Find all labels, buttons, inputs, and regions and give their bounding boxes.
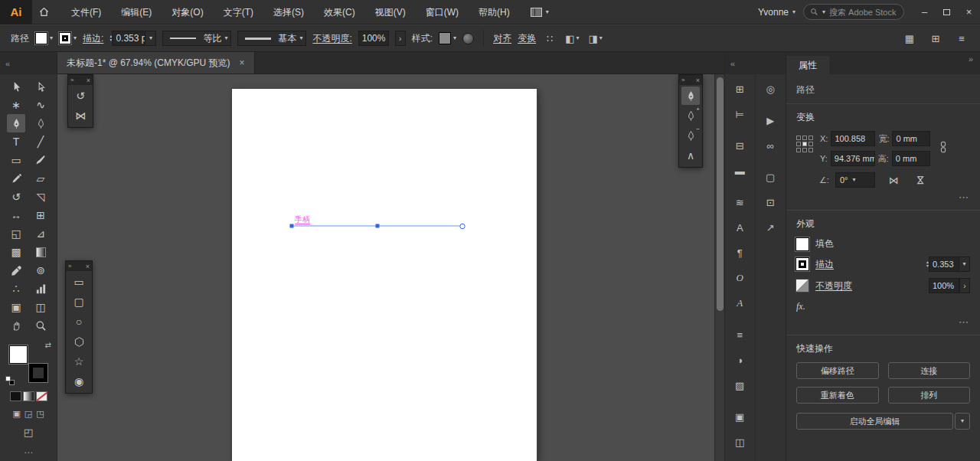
fill-swatch[interactable] [796, 238, 808, 250]
constrain-proportions-icon[interactable] [938, 140, 949, 156]
artboard-tool[interactable]: ▣ [7, 298, 25, 316]
global-edit-dropdown[interactable]: ▾ [955, 413, 970, 430]
flip-horizontal-button[interactable]: ⋈ [889, 175, 899, 186]
appearance-more-options-icon[interactable]: ⋯ [796, 316, 969, 328]
fill-color-dropdown[interactable]: ▾ [35, 32, 53, 44]
eyedropper-tool[interactable] [7, 261, 25, 280]
direct-selection-tool[interactable] [31, 77, 50, 96]
edit-toolbar-icon[interactable]: ⋯ [0, 447, 57, 458]
transform-more-options-icon[interactable]: ⋯ [796, 191, 969, 203]
expand-icon[interactable]: » [68, 263, 71, 270]
pencil-tool[interactable] [7, 169, 25, 188]
width-input[interactable]: 0 mm [892, 131, 930, 146]
stroke-label[interactable]: 描边 [815, 258, 834, 271]
effects-button[interactable]: fx. [796, 301, 970, 312]
line-segment-tool[interactable]: ╱ [31, 132, 50, 151]
document-tab[interactable]: 未标题-1* @ 67.94% (CMYK/GPU 预览) × [57, 52, 255, 74]
width-tool[interactable]: ↔ [7, 206, 25, 224]
color-button[interactable] [10, 391, 21, 401]
canvas[interactable]: 手柄 » × ↺ ⋈ » × ▭ ▢ [57, 74, 724, 461]
menu-type[interactable]: 文字(T) [214, 0, 263, 25]
collapse-dock-icon[interactable]: « [730, 59, 735, 68]
stroke-color-box[interactable] [29, 364, 47, 382]
libraries-panel-icon[interactable]: ▭ [730, 458, 749, 461]
export-panel-icon[interactable]: ↗ [761, 218, 779, 237]
vertical-scrollbar[interactable] [714, 74, 724, 461]
width-profile-dropdown[interactable]: 等比 ▾ [162, 31, 231, 46]
stroke-weight-input[interactable]: 0.353 pt [112, 31, 145, 46]
swap-fill-stroke-icon[interactable]: ⇄ [45, 341, 51, 349]
minimize-button[interactable]: – [913, 0, 936, 25]
swatches-panel-icon[interactable]: ⊞ [730, 80, 749, 98]
graphic-style-dropdown[interactable]: ▾ [439, 32, 456, 44]
close-icon[interactable]: × [86, 263, 90, 270]
arrange-button[interactable]: 排列 [888, 387, 971, 404]
close-button[interactable]: × [958, 0, 980, 25]
transparency-panel-icon[interactable]: ▨ [730, 376, 749, 394]
menu-select[interactable]: 选择(S) [263, 0, 314, 25]
stroke-panel-icon[interactable]: ≡ [730, 325, 749, 344]
opentype-panel-icon[interactable]: O [730, 269, 749, 287]
default-fill-stroke-icon[interactable] [5, 376, 15, 385]
actions-panel-icon[interactable]: ▶ [761, 111, 779, 129]
scale-tool[interactable]: ◹ [31, 188, 50, 206]
draw-normal-icon[interactable]: ▣ [12, 409, 20, 419]
rectangle-tool[interactable]: ▭ [70, 273, 88, 291]
distribute-dropdown[interactable]: ◧▾ [564, 30, 580, 47]
opacity-expand-button[interactable]: › [959, 278, 970, 293]
rectangle-tool[interactable]: ▭ [7, 151, 25, 169]
brush-definition-dropdown[interactable]: 基本 ▾ [237, 31, 306, 46]
gradient-panel-icon[interactable]: ◑ [730, 351, 749, 369]
y-input[interactable]: 94.376 mm [831, 151, 875, 166]
offset-path-button[interactable]: 偏移路径 [796, 362, 879, 379]
artboards-panel-icon[interactable]: ▣ [730, 407, 749, 426]
opacity-label[interactable]: 不透明度 [815, 280, 852, 293]
screen-mode-icon[interactable]: ◰ [0, 427, 57, 438]
opacity-swatch[interactable] [796, 280, 808, 292]
align-link[interactable]: 对齐 [493, 32, 511, 45]
pen-tool[interactable] [7, 114, 25, 132]
transform-link[interactable]: 变换 [518, 32, 536, 45]
align-panel-icon[interactable]: ⊨ [730, 105, 749, 123]
tab-close-icon[interactable]: × [240, 57, 245, 68]
stroke-weight-label[interactable]: 描边: [83, 32, 103, 45]
free-transform-tool[interactable]: ⊞ [31, 206, 50, 224]
color-panel-icon[interactable]: ▬ [730, 162, 749, 180]
arrange-documents-icon[interactable]: ▦ [902, 30, 917, 47]
none-button[interactable] [36, 391, 47, 401]
recolor-button[interactable]: 重新着色 [796, 387, 879, 404]
start-global-edit-button[interactable]: 启动全局编辑 [796, 413, 953, 430]
eraser-tool[interactable]: ▱ [31, 169, 50, 188]
tearoff-header[interactable]: » × [68, 75, 93, 85]
character-panel-icon[interactable]: A [730, 218, 749, 237]
lasso-tool[interactable]: ∿ [31, 96, 50, 114]
x-input[interactable]: 100.858 [831, 131, 875, 146]
workspace-switcher[interactable]: ▾ [520, 8, 560, 17]
hand-tool[interactable] [7, 316, 25, 335]
symbol-sprayer-tool[interactable]: ∴ [7, 280, 25, 298]
symbols-panel-icon[interactable]: ⊟ [730, 136, 749, 155]
opacity-input[interactable]: 100% [358, 31, 389, 46]
stroke-weight-input[interactable]: 0.353 [929, 257, 959, 272]
links-panel-icon[interactable]: ∞ [761, 136, 779, 155]
maximize-button[interactable] [936, 0, 958, 25]
gradient-tool[interactable] [31, 243, 50, 261]
star-tool[interactable]: ☆ [70, 352, 88, 371]
fill-color-box[interactable] [9, 345, 28, 364]
close-icon[interactable]: × [87, 77, 90, 84]
menu-effect[interactable]: 效果(C) [314, 0, 365, 25]
paintbrush-tool[interactable] [31, 151, 50, 169]
stroke-swatch[interactable] [796, 258, 808, 270]
magic-wand-tool[interactable]: ∗ [7, 96, 25, 114]
add-anchor-point-tool[interactable]: + [681, 106, 700, 125]
rotate-tool[interactable]: ↺ [71, 87, 90, 105]
tearoff-header[interactable]: » × [679, 75, 702, 85]
reflect-tool[interactable]: ⋈ [71, 106, 90, 125]
flip-vertical-button[interactable]: ⋈ [915, 175, 926, 185]
collapse-toolbar-icon[interactable]: « [5, 59, 10, 68]
expand-panels-icon[interactable]: » [969, 54, 973, 64]
column-graph-tool[interactable] [31, 280, 50, 298]
selection-tool[interactable] [7, 77, 25, 96]
home-icon[interactable] [32, 0, 55, 25]
expand-icon[interactable]: » [681, 77, 684, 83]
